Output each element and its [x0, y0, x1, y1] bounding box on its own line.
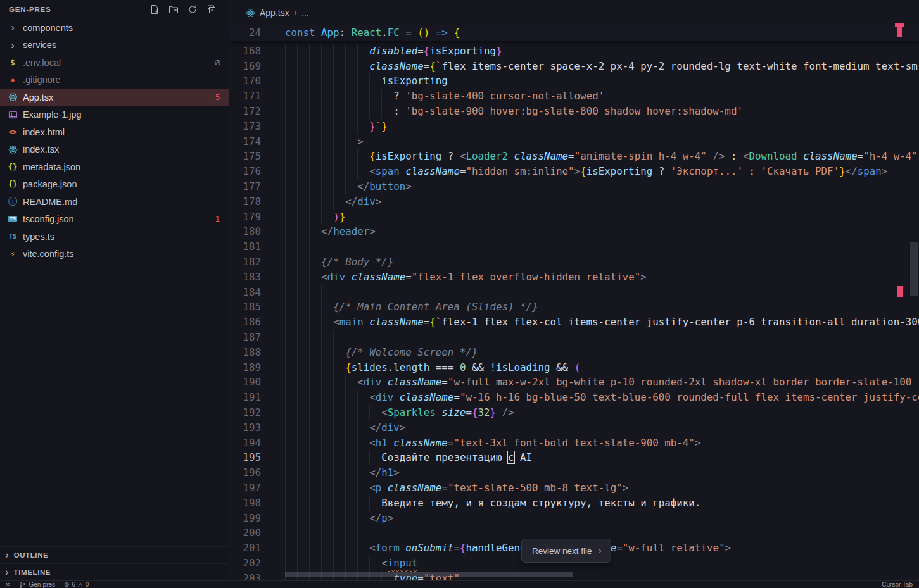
code-line[interactable]: 186 <main className={`flex-1 flex flex-c… [229, 315, 919, 330]
file-item-.gitignore[interactable]: ◆.gitignore [0, 72, 229, 89]
code-line[interactable]: 198 Введите тему, и я создам структуру, … [229, 496, 919, 511]
code-line[interactable]: 172 : 'bg-slate-900 hover:bg-slate-800 s… [229, 104, 919, 119]
code-text: </h1> [261, 465, 400, 480]
sticky-scroll-line[interactable]: 24const App: React.FC = () => { [229, 25, 919, 41]
code-line[interactable]: 169 className={`flex items-center space-… [229, 59, 919, 74]
line-number: 24 [229, 25, 261, 41]
code-line[interactable]: 181 [229, 239, 919, 254]
react-icon [6, 145, 19, 154]
code-line[interactable]: 183 <div className="flex-1 flex overflow… [229, 270, 919, 285]
code-text: Создайте презентацию с AI [261, 450, 532, 465]
new-file-icon[interactable] [149, 4, 160, 15]
line-number: 189 [229, 360, 261, 375]
code-line[interactable]: 174 > [229, 134, 919, 149]
code-line[interactable]: 24const App: React.FC = () => { [229, 25, 919, 41]
review-next-file-button[interactable]: Review next file › [521, 539, 611, 563]
section-outline[interactable]: ›OUTLINE [0, 546, 229, 563]
problems-item[interactable]: ⊗ 6 △ 0 [64, 581, 89, 588]
breadcrumb-file[interactable]: App.tsx [260, 8, 289, 18]
refresh-icon[interactable] [187, 4, 198, 15]
cursor-tab-indicator[interactable]: Cursor Tab [882, 581, 913, 588]
json-icon: {} [6, 163, 19, 172]
file-item-package.json[interactable]: {}package.json [0, 176, 229, 194]
code-line[interactable]: 175 {isExporting ? <Loader2 className="a… [229, 149, 919, 164]
line-number: 175 [229, 149, 261, 164]
file-item-tsconfig.json[interactable]: TStsconfig.json1 [0, 211, 229, 228]
code-text: <input [261, 556, 417, 571]
warning-icon: △ [78, 581, 83, 588]
file-item-Example-1.jpg[interactable]: Example-1.jpg [0, 106, 229, 124]
file-item-index.html[interactable]: <>index.html [0, 123, 229, 141]
code-text [261, 330, 345, 345]
code-line[interactable]: 185 {/* Main Content Area (Slides) */} [229, 299, 919, 315]
collapse-all-icon[interactable] [206, 4, 217, 15]
remote-indicator[interactable]: ✕ [5, 581, 10, 588]
line-number: 179 [229, 210, 261, 225]
code-line[interactable]: 197 <p className="text-slate-500 mb-8 te… [229, 480, 919, 496]
file-item-index.tsx[interactable]: index.tsx [0, 141, 229, 159]
code-line[interactable]: 196 </h1> [229, 465, 919, 480]
code-line[interactable]: 190 <div className="w-full max-w-2xl bg-… [229, 375, 919, 390]
code-line[interactable]: 187 [229, 330, 919, 345]
code-line[interactable]: 180 </header> [229, 224, 919, 239]
file-name: components [23, 23, 222, 33]
file-item-README.md[interactable]: ⓘREADME.md [0, 193, 229, 211]
new-folder-icon[interactable] [168, 4, 179, 15]
file-name: package.json [23, 179, 222, 189]
line-number: 170 [229, 73, 261, 89]
line-number: 171 [229, 89, 261, 104]
line-number: 178 [229, 194, 261, 210]
file-name: README.md [23, 197, 222, 207]
breadcrumb-more[interactable]: ... [301, 8, 309, 18]
code-line[interactable]: 194 <h1 className="text-3xl font-bold te… [229, 435, 919, 451]
chevron-right-icon: › [6, 22, 19, 33]
code-line[interactable]: 179 )} [229, 210, 919, 225]
code-line[interactable]: 176 <span className="hidden sm:inline">{… [229, 164, 919, 179]
git-branch-item[interactable]: Gen-pres [19, 581, 55, 588]
code-line[interactable]: 170 isExporting [229, 73, 919, 89]
vertical-scrollbar-thumb[interactable] [910, 242, 918, 296]
line-number: 188 [229, 345, 261, 360]
code-line[interactable]: 189 {slides.length === 0 && !isLoading &… [229, 360, 919, 375]
code-line[interactable]: 199 </p> [229, 511, 919, 526]
code-area[interactable]: 168 disabled={isExporting}169 className=… [229, 41, 919, 580]
file-item-metadata.json[interactable]: {}metadata.json [0, 158, 229, 176]
line-number: 186 [229, 315, 261, 330]
code-line[interactable]: 182 {/* Body */} [229, 254, 919, 270]
code-line[interactable]: 184 [229, 285, 919, 300]
file-item-components[interactable]: ›components [0, 19, 229, 37]
code-line[interactable]: 191 <div className="w-16 h-16 bg-blue-50… [229, 390, 919, 405]
text-cursor: с [508, 451, 514, 463]
line-number: 197 [229, 480, 261, 496]
code-line[interactable]: 177 </button> [229, 179, 919, 194]
problems-badge: 1 [215, 215, 222, 223]
file-item-.env.local[interactable]: $.env.local⊘ [0, 54, 229, 72]
vscode-window: { "colors": { "error": "#f14c4c", "modif… [0, 0, 919, 588]
file-item-vite.config.ts[interactable]: ⚡vite.config.ts [0, 246, 229, 263]
code-line[interactable]: 171 ? 'bg-slate-400 cursor-not-allowed' [229, 89, 919, 104]
code-text: </p> [261, 511, 393, 526]
code-line[interactable]: 195 Создайте презентацию с AI [229, 450, 919, 465]
code-line[interactable]: 178 </div> [229, 194, 919, 210]
line-number: 180 [229, 224, 261, 239]
code-line[interactable]: 168 disabled={isExporting} [229, 44, 919, 59]
code-line[interactable]: 188 {/* Welcome Screen */} [229, 345, 919, 360]
line-number: 198 [229, 496, 261, 511]
gitignored-icon: ⊘ [214, 58, 222, 67]
chevron-right-icon: › [599, 545, 602, 556]
section-timeline[interactable]: ›TIMELINE [0, 563, 229, 580]
line-number: 192 [229, 405, 261, 420]
line-number: 203 [229, 571, 261, 580]
code-line[interactable]: 193 </div> [229, 420, 919, 435]
code-text: <span className="hidden sm:inline">{isEx… [261, 164, 887, 179]
error-marker [897, 286, 903, 297]
file-item-App.tsx[interactable]: App.tsx5 [0, 89, 229, 106]
code-line[interactable]: 173 }`} [229, 119, 919, 134]
code-text: {/* Main Content Area (Slides) */} [261, 299, 538, 315]
warning-count: 0 [86, 581, 89, 588]
line-number: 199 [229, 511, 261, 526]
file-item-types.ts[interactable]: TStypes.ts [0, 228, 229, 246]
horizontal-scrollbar-thumb[interactable] [285, 572, 573, 577]
file-item-services[interactable]: ›services [0, 37, 229, 54]
code-line[interactable]: 192 <Sparkles size={32} /> [229, 405, 919, 420]
